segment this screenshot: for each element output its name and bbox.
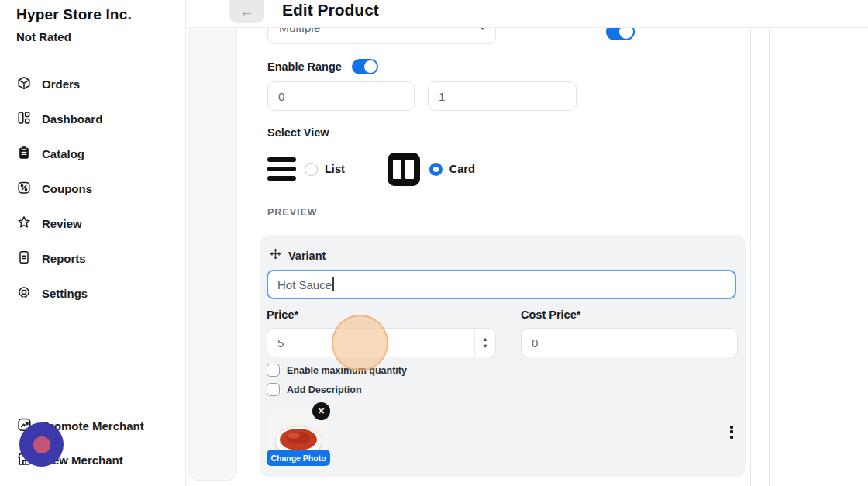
chat-widget-dot: [33, 436, 50, 453]
sidebar-item-label: Dashboard: [42, 112, 102, 126]
view-options-row: List Card: [267, 152, 475, 186]
drag-move-icon[interactable]: [269, 247, 282, 264]
sidebar: Hyper Store Inc. Not Rated Orders Dashbo…: [0, 0, 186, 486]
sidebar-item-orders[interactable]: Orders: [0, 67, 186, 102]
select-view-label: Select View: [267, 126, 329, 139]
enable-range-row: Enable Range: [267, 59, 378, 74]
sidebar-item-review[interactable]: Review: [0, 206, 186, 241]
sidebar-item-label: Reports: [42, 252, 86, 265]
sidebar-item-dashboard[interactable]: Dashboard: [0, 102, 186, 136]
variant-menu-button[interactable]: [725, 422, 738, 442]
report-icon: [16, 250, 32, 268]
remove-photo-button[interactable]: ✕: [312, 402, 330, 420]
preview-section-label: PREVIEW: [267, 207, 318, 218]
range-max-value: 1: [439, 90, 445, 103]
variant-card: Variant Hot Sauce Price* Cost Price* 5 ▲…: [260, 235, 746, 477]
list-option-label: List: [325, 163, 345, 175]
add-description-label: Add Description: [287, 384, 362, 395]
add-description-checkbox[interactable]: [267, 383, 280, 396]
package-icon: [16, 75, 32, 94]
card-option-label: Card: [450, 163, 475, 175]
gear-icon: [16, 284, 32, 303]
change-photo-button[interactable]: Change Photo: [267, 450, 330, 466]
card-view-icon: [388, 153, 420, 186]
percent-icon: [16, 180, 32, 198]
store-rating-status: Not Rated: [16, 30, 71, 43]
sidebar-item-settings[interactable]: Settings: [0, 276, 186, 311]
dashboard-icon: [16, 110, 32, 129]
text-cursor: [332, 277, 334, 291]
enable-max-qty-row: Enable maximum quantity: [267, 364, 407, 377]
sidebar-nav: Orders Dashboard Catalog Coupons Review …: [0, 67, 186, 311]
sidebar-item-label: Review: [42, 217, 82, 230]
list-view-icon: [267, 157, 296, 181]
variant-name-input[interactable]: Hot Sauce: [267, 270, 736, 299]
sidebar-item-label: Orders: [42, 78, 80, 91]
range-min-value: 0: [278, 90, 284, 103]
cost-price-value: 0: [532, 336, 538, 350]
variant-name-value: Hot Sauce: [277, 278, 332, 291]
number-stepper[interactable]: ▲▼: [474, 329, 495, 357]
sidebar-item-label: Settings: [42, 287, 88, 300]
content-right-border: [750, 28, 751, 486]
cost-price-input[interactable]: 0: [521, 328, 738, 357]
stepper-down-icon[interactable]: ▼: [482, 344, 487, 349]
range-max-input[interactable]: 1: [428, 81, 577, 111]
enable-range-label: Enable Range: [267, 60, 342, 73]
price-value: 5: [277, 336, 284, 350]
close-icon: ✕: [318, 406, 325, 416]
enable-range-toggle[interactable]: [352, 59, 378, 74]
sidebar-item-catalog[interactable]: Catalog: [0, 136, 186, 171]
card-view-radio[interactable]: [429, 163, 443, 176]
outer-right-border: [769, 28, 770, 486]
stepper-up-icon[interactable]: ▲: [482, 337, 487, 342]
product-photo-widget: ✕ Change Photo: [267, 404, 329, 466]
sidebar-item-label: Coupons: [42, 182, 92, 195]
page-header: ← Edit Product: [186, 0, 868, 28]
price-input[interactable]: 5 ▲▼: [267, 328, 496, 357]
arrow-left-icon: ←: [239, 0, 254, 23]
add-description-row: Add Description: [267, 383, 362, 396]
variant-card-header: Variant: [269, 247, 326, 264]
sidebar-item-reports[interactable]: Reports: [0, 241, 186, 276]
page-title: Edit Product: [282, 0, 379, 22]
enable-max-qty-label: Enable maximum quantity: [287, 365, 407, 376]
range-inputs-row: 0 1: [267, 81, 577, 111]
price-label: Price*: [267, 308, 298, 321]
variant-card-title: Variant: [288, 250, 326, 262]
back-button[interactable]: ←: [229, 0, 264, 23]
star-icon: [16, 215, 32, 233]
clipboard-icon: [16, 145, 32, 164]
sidebar-item-coupons[interactable]: Coupons: [0, 171, 186, 206]
range-min-input[interactable]: 0: [267, 81, 415, 111]
store-name: Hyper Store Inc.: [16, 6, 132, 23]
edit-product-form: Multiple ▾ Enable Range 0 1 Select View …: [237, 28, 750, 486]
enable-max-qty-checkbox[interactable]: [267, 364, 280, 377]
cost-price-label: Cost Price*: [521, 308, 580, 321]
chat-widget-button[interactable]: [19, 422, 64, 467]
left-rail-panel: [189, 28, 237, 481]
edit-product-page: Hyper Store Inc. Not Rated Orders Dashbo…: [0, 0, 868, 486]
sidebar-item-label: Catalog: [42, 147, 84, 160]
list-view-radio[interactable]: [305, 163, 318, 176]
